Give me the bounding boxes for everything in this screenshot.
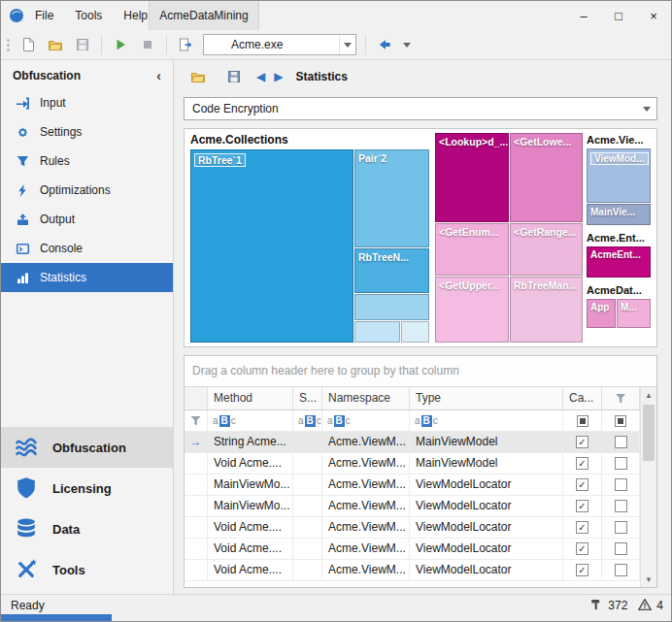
back-arrow-dropdown[interactable] xyxy=(400,33,414,56)
indeterminate-checkbox[interactable] xyxy=(577,415,588,427)
indeterminate-checkbox[interactable] xyxy=(615,415,626,427)
treemap-cell[interactable]: App xyxy=(587,299,616,328)
checkbox-unchecked[interactable] xyxy=(615,500,627,512)
encryption-mode-select[interactable]: Code Encryption xyxy=(184,97,657,120)
treemap-cell[interactable]: RbTree`1 xyxy=(190,149,353,343)
filter-s[interactable]: aBc xyxy=(293,410,322,432)
new-project-button[interactable] xyxy=(17,33,40,56)
treemap-cell[interactable]: <Lookup>d_... xyxy=(435,133,509,222)
close-button[interactable]: × xyxy=(636,1,671,30)
sidebar-item-settings[interactable]: Settings xyxy=(1,117,173,147)
lightning-icon xyxy=(15,182,30,198)
assembly-combo[interactable]: Acme.exe xyxy=(203,34,356,55)
treemap-cell[interactable]: <GetUpper... xyxy=(435,277,509,343)
treemap-cell[interactable]: M... xyxy=(617,299,651,328)
checkbox-unchecked[interactable] xyxy=(615,457,627,470)
minimize-button[interactable]: – xyxy=(566,1,601,30)
checkbox-checked[interactable]: ✓ xyxy=(576,500,588,512)
sidebar-item-statistics[interactable]: Statistics xyxy=(1,263,173,292)
open-project-button[interactable] xyxy=(44,33,67,56)
checkbox-unchecked[interactable] xyxy=(615,436,627,448)
toolbar-grip[interactable] xyxy=(7,39,10,51)
column-header-type[interactable]: Type xyxy=(410,387,563,410)
checkbox-checked[interactable]: ✓ xyxy=(576,436,588,448)
sidebar-item-input[interactable]: Input xyxy=(1,88,173,117)
treemap-cell[interactable] xyxy=(354,294,429,320)
treemap-cell[interactable]: <GetEnum... xyxy=(435,223,509,276)
sidebar-item-label: Rules xyxy=(40,154,70,168)
export-icon[interactable] xyxy=(174,33,197,56)
checkbox-unchecked[interactable] xyxy=(615,564,627,576)
sidebar-item-console[interactable]: Console xyxy=(1,234,173,263)
input-icon xyxy=(15,95,30,111)
checkbox-checked[interactable]: ✓ xyxy=(576,542,588,555)
filter-namespace[interactable]: aBc xyxy=(322,410,410,432)
checkbox-checked[interactable]: ✓ xyxy=(576,521,588,534)
treemap-cell[interactable] xyxy=(401,321,429,343)
treemap-cell[interactable]: ViewMod... xyxy=(587,148,651,203)
run-button[interactable] xyxy=(109,33,132,56)
status-bar: Ready 372 4 xyxy=(1,594,671,621)
section-data[interactable]: Data xyxy=(1,508,173,549)
treemap-cell[interactable]: MainVie... xyxy=(587,204,651,225)
maximize-button[interactable]: □ xyxy=(601,1,636,30)
cell-type: MainViewModel xyxy=(410,432,563,453)
vertical-scrollbar[interactable]: ▲ ▼ xyxy=(640,387,656,587)
sidebar-item-rules[interactable]: Rules xyxy=(1,147,173,176)
sidebar-sections: Obfuscation Licensing Data Tools xyxy=(1,427,173,590)
column-header-namespace[interactable]: Namespace xyxy=(322,387,410,410)
scroll-down-icon[interactable]: ▼ xyxy=(641,572,656,587)
back-icon[interactable]: ◀ xyxy=(256,71,265,82)
scroll-up-icon[interactable]: ▲ xyxy=(641,387,656,403)
assembly-combo-dropdown[interactable] xyxy=(339,35,355,54)
treemap-cell[interactable]: <GetLowe... xyxy=(510,133,583,222)
filter-type[interactable]: aBc xyxy=(410,410,563,432)
chevron-down-icon xyxy=(344,43,352,48)
stop-button[interactable] xyxy=(136,33,159,56)
filter-method[interactable]: aBc xyxy=(208,410,293,432)
column-header-s[interactable]: S... xyxy=(293,387,322,410)
column-header-filter[interactable] xyxy=(602,387,640,410)
open-statistics-button[interactable] xyxy=(186,65,210,88)
abc-filter-icon: B xyxy=(305,415,316,427)
treemap-cell[interactable]: <GetRange... xyxy=(510,223,583,276)
forward-icon[interactable]: ▶ xyxy=(274,71,283,82)
save-project-button[interactable] xyxy=(71,33,94,56)
treemap-cell[interactable]: Pair`2 xyxy=(354,149,429,247)
terminal-icon xyxy=(15,241,30,256)
hammer-icon xyxy=(589,598,603,614)
back-arrow-button[interactable] xyxy=(373,33,396,56)
sidebar-item-output[interactable]: Output xyxy=(1,205,173,234)
filter-ca[interactable] xyxy=(563,410,602,432)
section-obfuscation[interactable]: Obfuscation xyxy=(1,427,173,468)
treemap-cell[interactable]: AcmeEnt... xyxy=(587,246,651,278)
section-label: Tools xyxy=(52,563,85,577)
checkbox-unchecked[interactable] xyxy=(615,521,627,534)
scrollbar-thumb[interactable] xyxy=(643,405,655,461)
treemap-cell[interactable]: RbTreeMan... xyxy=(510,277,583,343)
filter-extra[interactable] xyxy=(602,410,640,432)
column-header-method[interactable]: Method xyxy=(208,387,293,410)
checkbox-checked[interactable]: ✓ xyxy=(576,564,588,576)
checkbox-unchecked[interactable] xyxy=(615,478,627,491)
group-by-panel[interactable]: Drag a column header here to group by th… xyxy=(185,356,656,387)
cell-method: Void Acme.... xyxy=(208,539,293,560)
chevron-down-icon xyxy=(403,43,411,48)
sidebar-item-optimizations[interactable]: Optimizations xyxy=(1,176,173,205)
group-by-hint: Drag a column header here to group by th… xyxy=(192,364,459,377)
abc-filter-icon: a xyxy=(298,415,304,426)
treemap-cell[interactable] xyxy=(354,321,400,343)
section-tools[interactable]: Tools xyxy=(1,549,173,590)
menu-tools[interactable]: Tools xyxy=(64,1,113,30)
treemap-group-title: Acme.Vie... xyxy=(587,133,651,147)
checkbox-checked[interactable]: ✓ xyxy=(576,478,588,491)
treemap-cell[interactable]: RbTreeN... xyxy=(354,248,429,293)
menu-file[interactable]: File xyxy=(24,1,64,30)
column-header-ca[interactable]: Ca... xyxy=(563,387,602,410)
section-licensing[interactable]: Licensing xyxy=(1,468,173,508)
treemap-cell-label: ViewMod... xyxy=(590,152,649,165)
save-statistics-button[interactable] xyxy=(222,65,246,88)
collapse-sidebar-icon[interactable]: ‹ xyxy=(156,68,161,83)
checkbox-checked[interactable]: ✓ xyxy=(576,457,588,470)
checkbox-unchecked[interactable] xyxy=(615,542,627,555)
